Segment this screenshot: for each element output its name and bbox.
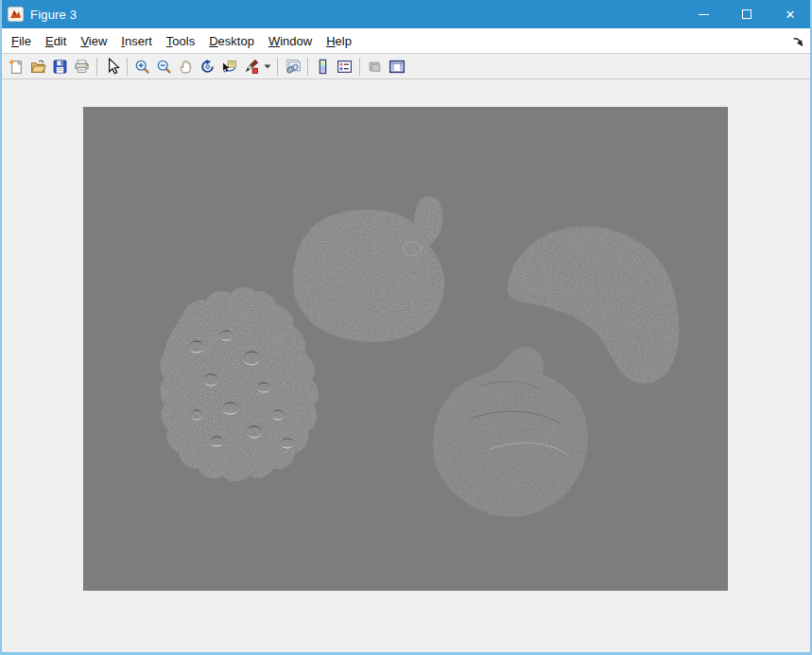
save-figure-icon[interactable] — [49, 56, 71, 78]
titlebar: Figure 3 ✕ — [0, 0, 812, 28]
brush-data-icon[interactable] — [240, 56, 262, 78]
toolbar-separator — [359, 58, 360, 76]
zoom-out-icon[interactable] — [153, 56, 175, 78]
insert-colorbar-icon[interactable] — [312, 56, 334, 78]
open-file-icon[interactable] — [27, 56, 49, 78]
link-plot-icon[interactable] — [282, 56, 303, 78]
toolbar-separator — [127, 58, 128, 76]
rotate-3d-icon[interactable] — [197, 56, 218, 78]
edit-plot-arrow-icon[interactable] — [101, 56, 123, 78]
close-icon: ✕ — [786, 9, 796, 21]
minimize-button[interactable] — [682, 0, 725, 28]
data-cursor-icon[interactable] — [218, 56, 240, 78]
dock-figure-arrow-icon[interactable] — [789, 33, 804, 48]
menu-desktop[interactable]: Desktop — [203, 30, 260, 52]
pan-hand-icon[interactable] — [175, 56, 197, 78]
insert-legend-icon[interactable] — [334, 56, 355, 78]
filtered-fruit-image — [83, 107, 728, 591]
window-controls: ✕ — [682, 0, 812, 28]
zoom-in-icon[interactable] — [131, 56, 153, 78]
menu-view[interactable]: View — [75, 30, 112, 52]
brush-dropdown-icon[interactable] — [262, 56, 273, 78]
maximize-icon — [742, 9, 752, 19]
menu-window[interactable]: Window — [263, 30, 318, 52]
window-title: Figure 3 — [30, 8, 77, 22]
figure-toolbar — [2, 54, 810, 79]
toolbar-separator — [96, 58, 97, 76]
menu-help[interactable]: Help — [320, 30, 357, 52]
toolbar-separator — [307, 58, 308, 76]
menu-file[interactable]: File — [6, 30, 37, 52]
new-figure-icon[interactable] — [6, 56, 27, 78]
matlab-figure-icon — [8, 7, 24, 22]
figure-window: Figure 3 ✕ File Edit View Insert Tools D… — [0, 0, 812, 655]
close-button[interactable]: ✕ — [769, 0, 812, 28]
minimize-icon — [699, 14, 709, 15]
figure-canvas — [2, 79, 810, 652]
print-figure-icon[interactable] — [71, 56, 93, 78]
hide-plot-tools-icon — [364, 56, 386, 78]
menu-tools[interactable]: Tools — [161, 30, 200, 52]
menu-edit[interactable]: Edit — [40, 30, 72, 52]
maximize-button[interactable] — [725, 0, 769, 28]
show-plot-tools-dock-icon[interactable] — [386, 56, 407, 78]
menu-insert[interactable]: Insert — [115, 30, 158, 52]
menubar: File Edit View Insert Tools Desktop Wind… — [2, 28, 810, 54]
toolbar-separator — [277, 58, 278, 76]
